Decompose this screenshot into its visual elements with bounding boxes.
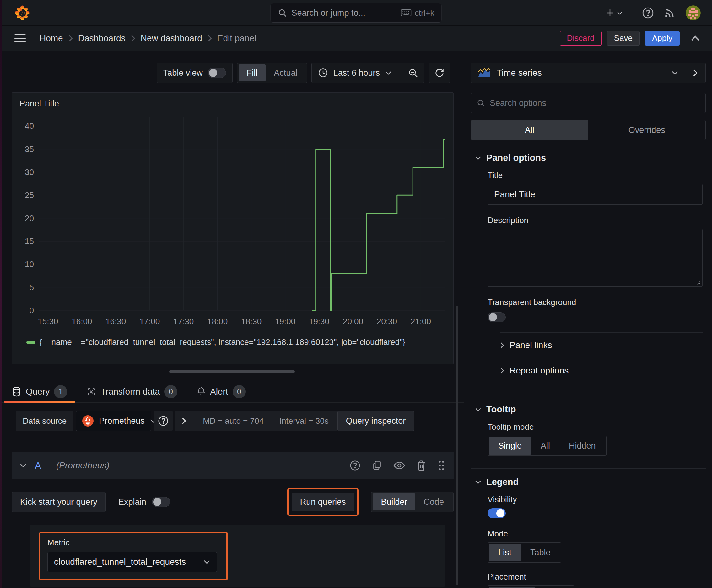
chevron-right-icon	[131, 35, 136, 42]
builder-option[interactable]: Builder	[373, 493, 415, 510]
chevron-up-icon[interactable]	[690, 35, 701, 42]
tab-query[interactable]: Query 1	[4, 381, 75, 402]
svg-text:40: 40	[25, 121, 34, 131]
visualization-name: Time series	[497, 68, 666, 78]
chevron-down-icon[interactable]	[20, 463, 27, 468]
tooltip-mode-hidden[interactable]: Hidden	[559, 437, 605, 455]
global-search-input[interactable]: Search or jump to... ctrl+k	[271, 3, 442, 23]
chevron-down-icon	[671, 70, 678, 76]
keyboard-icon	[401, 9, 412, 17]
datasource-name: Prometheus	[99, 416, 145, 426]
help-icon[interactable]	[642, 6, 654, 19]
options-search[interactable]	[471, 93, 706, 113]
tab-query-label: Query	[26, 387, 50, 397]
chevron-down-icon	[475, 156, 481, 160]
editor-tabs: Query 1 Transform data 0 Alert 0	[0, 381, 464, 403]
zoom-out-icon[interactable]	[405, 67, 422, 78]
timeseries-chart[interactable]: 051015202530354015:3016:0016:3017:0017:3…	[17, 112, 449, 335]
options-search-input[interactable]	[490, 98, 700, 108]
kickstart-query-button[interactable]: Kick start your query	[12, 492, 106, 512]
hide-response-eye-icon[interactable]	[393, 460, 405, 471]
news-rss-icon[interactable]	[664, 6, 676, 19]
explain-toggle[interactable]	[152, 497, 170, 507]
fill-option[interactable]: Fill	[239, 64, 266, 81]
divider	[398, 63, 398, 83]
svg-text:18:30: 18:30	[241, 317, 261, 326]
search-icon	[278, 8, 287, 18]
drag-grip-icon[interactable]	[437, 460, 446, 471]
bell-icon	[197, 387, 206, 397]
breadcrumb-home[interactable]: Home	[40, 33, 63, 43]
datasource-help-button[interactable]	[154, 411, 173, 431]
actual-option[interactable]: Actual	[265, 64, 305, 81]
tooltip-mode-group: Single All Hidden	[488, 436, 606, 456]
legend-series-label[interactable]: {__name__="cloudflared_tunnel_total_requ…	[40, 337, 405, 347]
grafana-logo-icon[interactable]	[13, 4, 31, 22]
description-label: Description	[488, 215, 703, 225]
datasource-picker[interactable]: Prometheus	[76, 411, 151, 431]
repeat-options-row[interactable]: Repeat options	[500, 358, 703, 383]
legend-header[interactable]: Legend	[475, 477, 705, 487]
svg-text:10: 10	[25, 259, 34, 269]
chevron-right-icon	[693, 69, 698, 77]
clock-icon	[318, 68, 328, 78]
legend-swatch[interactable]	[26, 341, 35, 344]
metric-select[interactable]: cloudflared_tunnel_total_requests	[47, 552, 217, 572]
query-help-icon[interactable]	[349, 460, 361, 471]
new-dropdown-button[interactable]	[605, 7, 623, 18]
svg-text:19:30: 19:30	[309, 317, 329, 326]
breadcrumb-new-dashboard[interactable]: New dashboard	[141, 33, 202, 43]
tooltip-section: Tooltip Tooltip mode Single All Hidden	[471, 396, 706, 458]
collapsed-options: Panel links Repeat options	[488, 332, 703, 383]
save-button[interactable]: Save	[607, 31, 640, 45]
panel-title-input[interactable]	[488, 184, 703, 205]
svg-text:21:00: 21:00	[411, 317, 431, 326]
tooltip-mode-single[interactable]: Single	[489, 437, 531, 455]
chevron-down-icon	[475, 480, 481, 484]
duplicate-query-icon[interactable]	[371, 460, 383, 471]
query-row-header[interactable]: A (Prometheus)	[12, 452, 454, 479]
legend-mode-table[interactable]: Table	[521, 544, 560, 561]
breadcrumb-dashboards[interactable]: Dashboards	[78, 33, 126, 43]
alert-count-badge: 0	[233, 385, 246, 398]
tooltip-mode-all[interactable]: All	[531, 437, 559, 455]
time-range-label[interactable]: Last 6 hours	[333, 68, 380, 78]
legend-placement-right[interactable]: Right	[535, 587, 573, 588]
tooltip-header[interactable]: Tooltip	[475, 404, 705, 415]
user-avatar[interactable]	[686, 5, 701, 20]
legend-visibility-toggle[interactable]	[488, 508, 506, 518]
query-inspector-button[interactable]: Query inspector	[338, 411, 414, 431]
tab-all[interactable]: All	[471, 120, 588, 140]
tab-transform-data[interactable]: Transform data 0	[79, 381, 186, 402]
panel-options-header[interactable]: Panel options	[475, 153, 705, 163]
visualization-picker[interactable]: Time series	[471, 63, 685, 83]
description-textarea[interactable]	[488, 229, 703, 287]
transparent-bg-toggle[interactable]	[488, 312, 506, 322]
metric-label: Metric	[47, 538, 219, 547]
panel-options-section: Panel options Title Description Transpar…	[471, 153, 706, 385]
legend-placement-bottom[interactable]: Bottom	[489, 587, 535, 588]
svg-text:19:00: 19:00	[275, 317, 296, 326]
resize-handle-icon[interactable]	[695, 279, 700, 285]
panel-links-row[interactable]: Panel links	[500, 332, 703, 358]
collapse-sidebar-button[interactable]	[685, 63, 706, 83]
tab-alert[interactable]: Alert 0	[189, 381, 254, 402]
code-option[interactable]: Code	[415, 493, 452, 510]
discard-button[interactable]: Discard	[560, 31, 602, 45]
chevron-down-icon	[475, 407, 481, 412]
table-view-toggle[interactable]	[208, 68, 226, 78]
legend-placement-group: Bottom Right	[488, 586, 575, 588]
tab-overrides[interactable]: Overrides	[588, 120, 706, 140]
transparent-bg-label: Transparent background	[488, 297, 703, 307]
apply-button[interactable]: Apply	[645, 31, 679, 45]
legend-placement-label: Placement	[488, 572, 703, 582]
run-queries-button[interactable]: Run queries	[292, 492, 354, 511]
chevron-right-icon[interactable]	[175, 417, 193, 425]
refresh-control[interactable]	[429, 63, 450, 83]
legend-mode-list[interactable]: List	[489, 544, 521, 561]
resize-drag-handle[interactable]	[169, 370, 295, 373]
remove-query-trash-icon[interactable]	[416, 460, 427, 471]
mega-menu-icon[interactable]	[15, 34, 26, 43]
vertical-scrollbar[interactable]	[456, 306, 458, 586]
chevron-down-icon[interactable]	[385, 70, 392, 76]
